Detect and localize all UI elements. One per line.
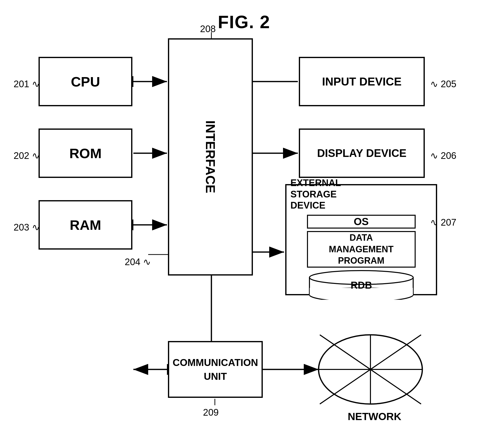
- figure-title: FIG. 2: [218, 12, 270, 32]
- svg-line-17: [320, 335, 421, 404]
- interface-block: INTERFACE: [168, 38, 253, 276]
- ext-storage-label: EXTERNALSTORAGEDEVICE: [290, 177, 341, 211]
- ext-storage-block: EXTERNALSTORAGEDEVICE OS DATA MANAGEMENT…: [285, 184, 437, 295]
- ref-202: 202 ∿: [14, 150, 40, 161]
- ref-206: ∿ 206: [430, 150, 456, 161]
- ref-209: 209: [203, 407, 219, 418]
- ref-205: ∿ 205: [430, 79, 456, 89]
- rdb-container: RDB: [307, 270, 416, 302]
- ref-204: 204 ∿: [125, 256, 151, 267]
- input-device-block: INPUT DEVICE: [299, 57, 425, 106]
- svg-point-16: [319, 335, 422, 404]
- diagram: FIG. 2: [0, 0, 488, 448]
- os-block: OS: [307, 215, 416, 229]
- cpu-block: CPU: [39, 57, 132, 106]
- ram-block: RAM: [39, 200, 132, 250]
- data-mgmt-block: DATA MANAGEMENT PROGRAM: [307, 231, 416, 268]
- svg-line-18: [320, 335, 421, 404]
- ref-201: 201 ∿: [14, 79, 40, 89]
- ref-203: 203 ∿: [14, 222, 40, 233]
- ref-208: 208: [200, 24, 216, 34]
- svg-text:RDB: RDB: [350, 280, 372, 291]
- rom-block: ROM: [39, 128, 132, 178]
- ref-207: ∿ 207: [430, 217, 456, 228]
- display-device-block: DISPLAY DEVICE: [299, 128, 425, 178]
- network-label: NETWORK: [348, 411, 401, 423]
- rdb-cylinder-svg: RDB: [307, 270, 416, 300]
- comm-unit-block: COMMUNICATION UNIT: [168, 341, 263, 398]
